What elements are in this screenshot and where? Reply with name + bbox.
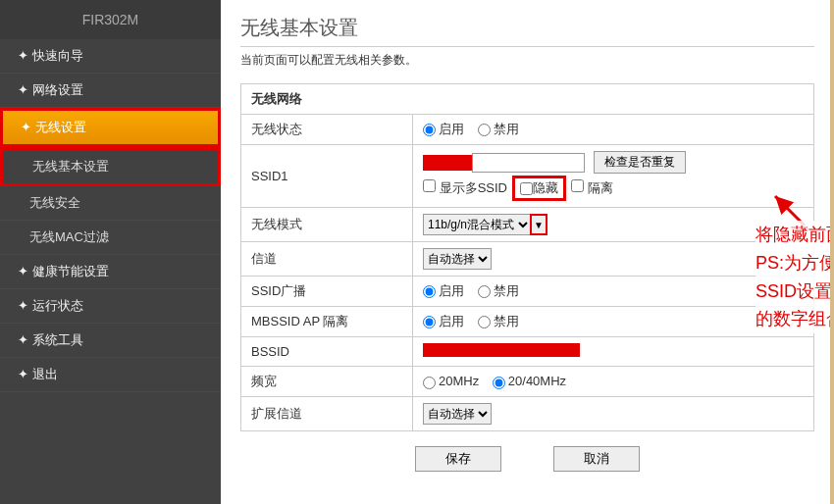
sidebar-item-wireless[interactable]: ✦ 无线设置	[0, 108, 221, 147]
row-broadcast-label: SSID广播	[241, 277, 413, 307]
sidebar-item-logout[interactable]: ✦ 退出	[0, 358, 221, 392]
sidebar-header: FIR302M	[0, 0, 221, 39]
row-bssid-label: BSSID	[241, 337, 413, 367]
page-desc: 当前页面可以配置无线相关参数。	[240, 52, 814, 69]
save-button[interactable]: 保存	[415, 446, 501, 472]
page-title: 无线基本设置	[240, 10, 814, 47]
mbssid-disable[interactable]: 禁用	[478, 314, 519, 328]
row-mbssid-label: MBSSID AP 隔离	[241, 307, 413, 337]
sidebar-item-energy[interactable]: ✦ 健康节能设置	[0, 255, 221, 289]
radio-enable[interactable]: 启用	[423, 122, 464, 136]
sidebar-sub-security[interactable]: 无线安全	[0, 186, 221, 221]
sidebar-item-network[interactable]: ✦ 网络设置	[0, 74, 221, 108]
check-duplicate-button[interactable]: 检查是否重复	[594, 151, 686, 174]
radio-disable[interactable]: 禁用	[478, 122, 519, 136]
bw40[interactable]: 20/40MHz	[493, 374, 566, 388]
row-channel-label: 信道	[241, 242, 413, 277]
right-edge	[830, 0, 834, 504]
hide-ssid-box[interactable]: 隐藏	[512, 176, 566, 201]
channel-select[interactable]: 自动选择	[423, 248, 492, 270]
row-extchannel-label: 扩展信道	[241, 397, 413, 431]
main-content: 无线基本设置 当前页面可以配置无线相关参数。 无线网络 无线状态 启用 禁用 S…	[221, 0, 834, 504]
sidebar-sub-macfilter[interactable]: 无线MAC过滤	[0, 221, 221, 255]
row-ssid1-label: SSID1	[241, 145, 413, 208]
ssid-redblock	[423, 155, 472, 171]
settings-table: 无线网络 无线状态 启用 禁用 SSID1 检查是否重复	[240, 83, 814, 431]
row-bandwidth-label: 频宽	[241, 367, 413, 397]
bssid-value	[423, 343, 580, 357]
mbssid-enable[interactable]: 启用	[423, 314, 464, 328]
sidebar-item-status[interactable]: ✦ 运行状态	[0, 289, 221, 324]
isolate-check[interactable]: 隔离	[571, 179, 613, 197]
broadcast-enable[interactable]: 启用	[423, 283, 464, 298]
cancel-button[interactable]: 取消	[553, 446, 640, 472]
row-wireless-status-label: 无线状态	[241, 115, 413, 145]
sidebar: FIR302M ✦ 快速向导 ✦ 网络设置 ✦ 无线设置 无线基本设置 无线安全…	[0, 0, 221, 504]
show-multi-ssid[interactable]: 显示多SSID	[423, 179, 507, 197]
mode-select[interactable]: 11b/g/n混合模式	[423, 214, 532, 235]
bw20[interactable]: 20MHz	[423, 374, 479, 388]
sidebar-sub-basic[interactable]: 无线基本设置	[0, 147, 221, 186]
sidebar-item-quickwizard[interactable]: ✦ 快速向导	[0, 39, 221, 74]
section-header: 无线网络	[241, 84, 814, 115]
sidebar-item-tools[interactable]: ✦ 系统工具	[0, 324, 221, 358]
ssid-input[interactable]	[472, 153, 585, 173]
extchannel-select[interactable]: 自动选择	[423, 403, 492, 425]
row-mode-label: 无线模式	[241, 208, 413, 242]
broadcast-disable[interactable]: 禁用	[478, 283, 519, 298]
dropdown-icon[interactable]: ▼	[530, 214, 547, 235]
